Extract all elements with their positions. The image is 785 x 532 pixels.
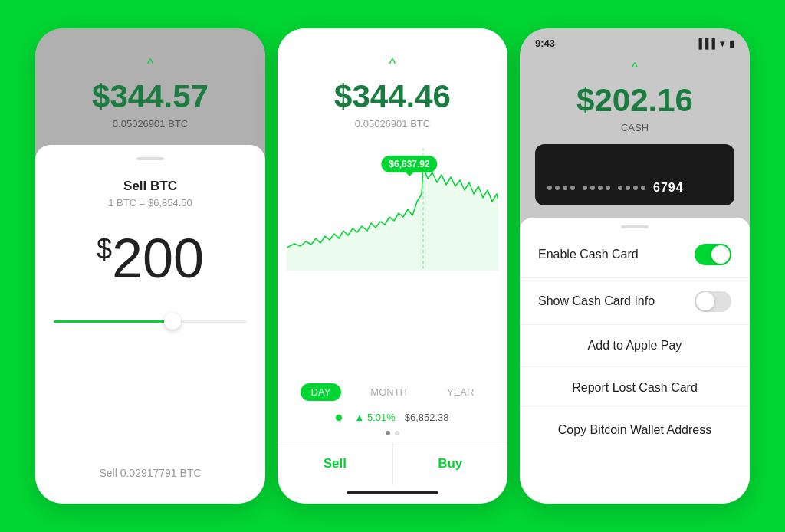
buy-button[interactable]: Buy <box>393 442 508 485</box>
card-dot <box>598 186 603 190</box>
card-dot <box>547 186 552 190</box>
card-dot-group-3 <box>618 186 645 190</box>
drag-handle[interactable] <box>136 157 164 160</box>
card-dot <box>633 186 638 190</box>
chart-tooltip: $6,637.92 <box>381 156 437 172</box>
show-card-info-label: Show Cash Card Info <box>538 294 655 308</box>
btc-balance: $344.57 <box>92 78 209 115</box>
btc-amount: 0.05026901 BTC <box>355 118 430 130</box>
chevron-up-icon[interactable]: ^ <box>389 56 396 72</box>
sell-buy-bar: Sell Buy <box>278 442 507 485</box>
action-sheet: Enable Cash Card Show Cash Card Info Add… <box>520 218 750 504</box>
apple-pay-row[interactable]: Add to Apple Pay <box>520 325 750 367</box>
chevron-up-icon[interactable]: ^ <box>632 60 638 76</box>
btc-rate: 1 BTC = $6,854.50 <box>108 197 192 209</box>
cash-balance: $202.16 <box>576 82 693 119</box>
cash-label: CASH <box>621 122 649 133</box>
sell-button[interactable]: Sell <box>278 442 393 485</box>
copy-bitcoin-row[interactable]: Copy Bitcoin Wallet Address <box>520 409 750 451</box>
slider-track <box>54 320 247 323</box>
card-dot <box>570 186 575 190</box>
slider-thumb[interactable] <box>164 313 181 330</box>
status-icons: ▐▐▐ ▾ ▮ <box>695 38 734 49</box>
btc-balance: $344.46 <box>334 78 451 115</box>
home-bar <box>278 485 507 504</box>
btc-amount: 0.05026901 BTC <box>113 118 188 130</box>
phone-cash-card: 9:43 ▐▐▐ ▾ ▮ ^ $202.16 CASH <box>520 28 750 504</box>
wifi-icon: ▾ <box>720 38 724 49</box>
toggle-knob <box>711 245 730 264</box>
card-dot <box>555 186 560 190</box>
copy-bitcoin-label: Copy Bitcoin Wallet Address <box>558 423 711 437</box>
card-last4: 6794 <box>653 181 684 195</box>
enable-card-label: Enable Cash Card <box>538 248 639 261</box>
phone-btc-sell: ^ $344.57 0.05026901 BTC Sell BTC 1 BTC … <box>35 28 265 504</box>
show-card-info-toggle[interactable] <box>695 291 731 312</box>
tab-month[interactable]: MONTH <box>360 383 418 401</box>
tab-day[interactable]: DAY <box>301 383 342 401</box>
card-dot <box>590 186 595 190</box>
battery-icon: ▮ <box>729 38 734 49</box>
report-lost-label: Report Lost Cash Card <box>572 381 698 395</box>
sell-title: Sell BTC <box>123 179 177 194</box>
pct-change: ▲ 5.01% <box>354 412 395 423</box>
chart-stats: ▲ 5.01% $6,852.38 <box>278 407 507 431</box>
slider-fill <box>54 320 169 323</box>
card-dot-group-2 <box>583 186 610 190</box>
chart-area: $6,637.92 <box>278 148 507 374</box>
show-card-info-row[interactable]: Show Cash Card Info <box>520 278 750 325</box>
sell-sheet: Sell BTC 1 BTC = $6,854.50 $200 Sell 0.0… <box>35 145 265 504</box>
page-dot-1 <box>386 431 390 435</box>
card-dot <box>626 186 630 190</box>
card-dot-group-1 <box>547 186 575 190</box>
cash-card: 6794 <box>535 144 734 205</box>
phone2-top: ^ $344.46 0.05026901 BTC <box>278 28 507 148</box>
page-dot-2 <box>395 431 399 435</box>
phone3-top: ^ $202.16 CASH <box>520 52 750 218</box>
report-lost-row[interactable]: Report Lost Cash Card <box>520 367 750 409</box>
enable-card-row[interactable]: Enable Cash Card <box>520 232 750 278</box>
card-dots: 6794 <box>547 181 722 195</box>
drag-handle[interactable] <box>621 225 649 228</box>
card-dot <box>618 186 622 190</box>
card-dot <box>583 186 587 190</box>
card-dot <box>563 186 567 190</box>
home-indicator <box>347 491 438 494</box>
phone-btc-chart: ^ $344.46 0.05026901 BTC $6,637.92 DAY M… <box>278 28 507 504</box>
tab-year[interactable]: YEAR <box>436 383 484 401</box>
sell-amount: $200 <box>97 227 204 290</box>
card-dot <box>606 186 610 190</box>
signal-icon: ▐▐▐ <box>695 38 715 49</box>
page-dots <box>278 431 507 442</box>
enable-card-toggle[interactable] <box>695 244 731 265</box>
time-tabs: DAY MONTH YEAR <box>278 374 507 407</box>
toggle-knob <box>696 292 714 310</box>
stat-dot <box>336 415 342 421</box>
status-bar: 9:43 ▐▐▐ ▾ ▮ <box>520 28 750 52</box>
amount-slider[interactable] <box>54 320 247 323</box>
chevron-up-icon[interactable]: ^ <box>147 56 153 72</box>
apple-pay-label: Add to Apple Pay <box>588 339 682 353</box>
card-dot <box>641 186 645 190</box>
status-time: 9:43 <box>535 38 555 49</box>
dollar-sign: $ <box>97 233 112 264</box>
phone1-top: ^ $344.57 0.05026901 BTC <box>35 28 265 145</box>
stat-price: $6,852.38 <box>405 412 449 423</box>
sell-btc-amount: Sell 0.02917791 BTC <box>99 467 201 491</box>
